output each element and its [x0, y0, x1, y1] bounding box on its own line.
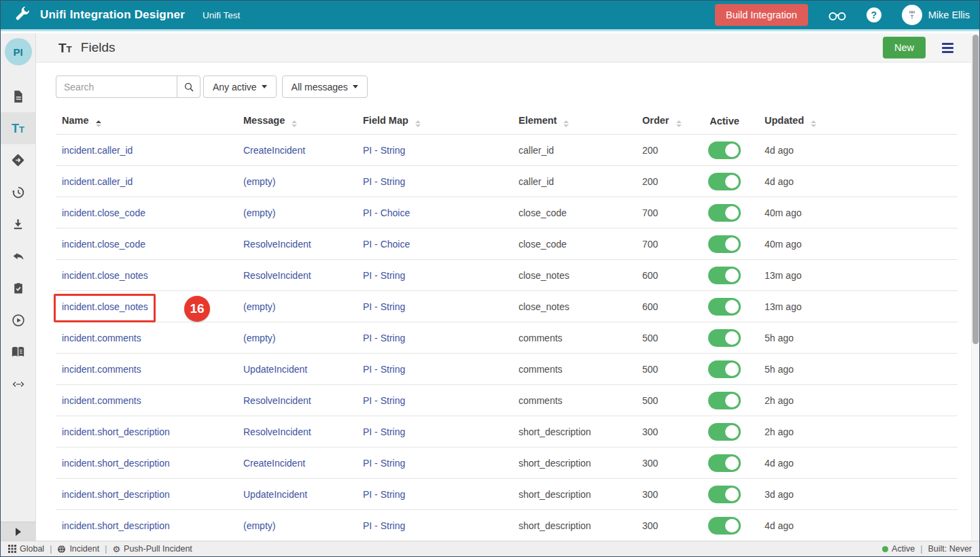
order-value: 500	[636, 364, 690, 375]
field-map-link[interactable]: PI - String	[363, 364, 405, 375]
message-link[interactable]: ResolveIncident	[243, 270, 311, 281]
sidebar-item-api[interactable]	[1, 368, 35, 400]
message-link[interactable]: ResolveIncident	[243, 426, 311, 437]
sidebar-item-import[interactable]	[1, 208, 35, 240]
sidebar-item-response[interactable]	[1, 240, 35, 272]
search-input[interactable]	[56, 75, 177, 98]
field-map-link[interactable]: PI - String	[363, 426, 405, 437]
element-value: caller_id	[512, 145, 636, 156]
message-link[interactable]: UpdateIncident	[243, 364, 307, 375]
user-menu[interactable]: Mike Ellis	[902, 5, 970, 25]
message-link[interactable]: CreateIncident	[243, 145, 305, 156]
message-link[interactable]: (empty)	[243, 176, 275, 187]
updated-value: 40m ago	[758, 239, 958, 250]
active-toggle[interactable]	[708, 141, 741, 159]
vertical-scrollbar[interactable]	[971, 33, 979, 541]
message-link[interactable]: UpdateIncident	[243, 489, 307, 500]
clipboard-check-icon	[12, 281, 25, 296]
field-map-link[interactable]: PI - String	[363, 395, 405, 406]
table-row: incident.close_code (empty) PI - Choice …	[56, 197, 958, 228]
sidebar-item-documentation[interactable]	[1, 336, 35, 368]
message-link[interactable]: (empty)	[243, 301, 275, 312]
field-map-link[interactable]: PI - String	[363, 301, 405, 312]
field-map-link[interactable]: PI - String	[363, 333, 405, 343]
table-row: incident.close_notes ResolveIncident PI …	[56, 259, 958, 290]
field-map-link[interactable]: PI - String	[363, 270, 405, 281]
field-map-link[interactable]: PI - Choice	[363, 239, 410, 250]
build-integration-button[interactable]: Build Integration	[715, 4, 808, 26]
column-header-element[interactable]: Element	[512, 115, 636, 127]
sidebar-item-field-maps[interactable]	[1, 144, 35, 176]
field-map-link[interactable]: PI - Choice	[363, 207, 410, 218]
integration-avatar[interactable]: PI	[5, 38, 32, 65]
preview-glasses-icon[interactable]	[827, 7, 847, 22]
active-toggle[interactable]	[708, 486, 741, 503]
updated-value: 3d ago	[758, 489, 958, 500]
message-link[interactable]: (empty)	[243, 207, 275, 218]
sidebar-item-run[interactable]	[1, 304, 35, 336]
message-link[interactable]: CreateIncident	[243, 458, 305, 469]
field-name-link[interactable]: incident.short_description	[62, 426, 170, 437]
field-name-link[interactable]: incident.short_description	[62, 489, 170, 500]
field-name-link[interactable]: incident.close_code	[62, 239, 145, 250]
column-header-message[interactable]: Message	[237, 115, 357, 127]
gear-icon: ⚙	[112, 545, 120, 554]
field-name-link[interactable]: incident.comments	[62, 395, 141, 406]
active-toggle[interactable]	[708, 235, 741, 253]
column-header-updated[interactable]: Updated	[758, 115, 958, 127]
search-icon	[183, 82, 194, 92]
active-toggle[interactable]	[708, 454, 741, 472]
active-toggle[interactable]	[708, 360, 741, 378]
element-value: short_description	[512, 458, 636, 469]
message-link[interactable]: (empty)	[243, 520, 275, 531]
active-filter-dropdown[interactable]: Any active	[203, 75, 277, 98]
active-toggle[interactable]	[708, 392, 741, 409]
field-name-link[interactable]: incident.caller_id	[62, 176, 133, 187]
field-map-link[interactable]: PI - String	[363, 458, 405, 469]
sidebar-collapse-button[interactable]	[1, 522, 35, 541]
field-name-link[interactable]: incident.caller_id	[62, 145, 133, 156]
menu-icon[interactable]	[942, 43, 953, 53]
sidebar-item-schedule[interactable]	[1, 176, 35, 208]
sidebar-item-messages[interactable]	[1, 80, 35, 112]
active-toggle[interactable]	[708, 423, 741, 441]
scope-item[interactable]: Global	[8, 544, 44, 554]
search-button[interactable]	[177, 75, 200, 98]
updated-value: 4d ago	[758, 176, 958, 187]
new-button[interactable]: New	[883, 37, 926, 58]
message-link[interactable]: ResolveIncident	[243, 239, 311, 250]
process-item[interactable]: ⚙ Push-Pull Incident	[112, 544, 192, 554]
scrollbar-thumb[interactable]	[973, 35, 979, 344]
table-body: incident.caller_id CreateIncident PI - S…	[56, 134, 958, 541]
field-map-link[interactable]: PI - String	[363, 176, 405, 187]
page-header: TT Fields New	[36, 33, 979, 63]
sidebar-item-fields[interactable]: TT	[1, 112, 35, 144]
field-name-link[interactable]: incident.comments	[62, 364, 141, 375]
field-name-link[interactable]: incident.close_notes	[62, 270, 148, 281]
field-name-link[interactable]: incident.close_code	[62, 207, 145, 218]
avatar	[902, 5, 922, 25]
field-name-link[interactable]: incident.close_notes	[62, 301, 148, 312]
table-row: incident.comments ResolveIncident PI - S…	[56, 384, 958, 416]
field-name-link[interactable]: incident.short_description	[62, 458, 170, 469]
active-toggle[interactable]	[708, 267, 741, 284]
active-toggle[interactable]	[708, 173, 741, 190]
message-link[interactable]: ResolveIncident	[243, 395, 311, 406]
field-map-link[interactable]: PI - String	[363, 489, 405, 500]
column-header-order[interactable]: Order	[636, 115, 690, 127]
sidebar-item-tasks[interactable]	[1, 272, 35, 304]
field-name-link[interactable]: incident.comments	[62, 333, 141, 343]
column-header-field-map[interactable]: Field Map	[357, 115, 512, 127]
message-link[interactable]: (empty)	[243, 333, 275, 343]
field-map-link[interactable]: PI - String	[363, 145, 405, 156]
active-toggle[interactable]	[708, 517, 741, 535]
column-header-name[interactable]: Name	[56, 115, 237, 127]
help-icon[interactable]: ?	[867, 7, 881, 22]
field-map-link[interactable]: PI - String	[363, 520, 405, 531]
integration-item[interactable]: Incident	[57, 544, 99, 554]
field-name-link[interactable]: incident.short_description	[62, 520, 170, 531]
active-toggle[interactable]	[708, 298, 741, 316]
active-toggle[interactable]	[708, 329, 741, 347]
active-toggle[interactable]	[708, 204, 741, 222]
messages-filter-dropdown[interactable]: All messages	[282, 75, 368, 98]
